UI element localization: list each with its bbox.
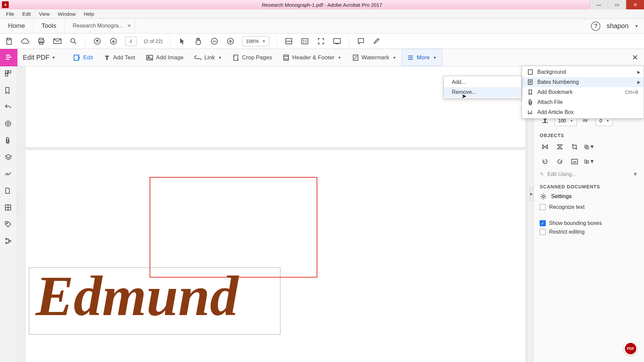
flip-horizontal-icon[interactable] (540, 141, 550, 152)
recognize-text-label: Recognize text (549, 204, 585, 210)
tab-home[interactable]: Home (0, 18, 34, 33)
link-tool[interactable]: Link▼ (189, 49, 227, 66)
menu-item-background[interactable]: Background ▶ (522, 67, 644, 77)
rotate-ccw-icon[interactable] (540, 156, 550, 167)
tab-document-label: Research Monogra... (73, 23, 123, 29)
hand-tool-icon[interactable] (194, 37, 203, 46)
page-number-input[interactable] (125, 37, 137, 46)
more-tool[interactable]: More▼ (401, 49, 442, 66)
menu-item-attach-file[interactable]: Attach File (522, 97, 644, 107)
char-spacing-value: 0 (599, 118, 602, 123)
tab-tools[interactable]: Tools (34, 18, 65, 33)
page-down-icon[interactable] (109, 37, 118, 46)
image-selection-box[interactable] (150, 177, 317, 278)
rotate-cw-icon[interactable] (554, 156, 565, 167)
crop-pages-tool[interactable]: Crop Pages (227, 49, 277, 66)
bookmarks-icon[interactable] (4, 86, 13, 95)
fit-width-icon[interactable] (284, 37, 293, 46)
settings-row[interactable]: Settings (540, 193, 638, 200)
menu-window[interactable]: Window (54, 11, 79, 17)
menu-file[interactable]: File (2, 11, 18, 17)
read-mode-icon[interactable] (333, 37, 341, 46)
edit-tool[interactable]: Edit (68, 49, 98, 66)
flip-vertical-icon[interactable] (554, 141, 565, 152)
attachment-icon[interactable] (4, 137, 13, 145)
fit-page-icon[interactable] (301, 37, 309, 46)
maximize-button[interactable]: ▭ (608, 0, 626, 9)
menu-edit[interactable]: Edit (18, 11, 35, 17)
edit-using-dropdown[interactable]: ✎ Edit Using... ▼ (540, 171, 638, 177)
pdf-tutorial-badge[interactable]: PDF (624, 342, 637, 355)
edit-pdf-badge-icon[interactable] (0, 49, 17, 66)
minimize-button[interactable]: — (590, 0, 608, 9)
objects-section-title: OBJECTS (540, 133, 638, 138)
crop-object-icon[interactable] (569, 141, 580, 152)
menu-item-add-bookmark[interactable]: Add Bookmark Ctrl+B (522, 87, 644, 97)
document-viewport[interactable]: Edmund (17, 66, 533, 362)
svg-rect-10 (302, 39, 308, 44)
page-icon[interactable] (4, 187, 13, 196)
svg-point-52 (542, 195, 544, 197)
user-name[interactable]: shapon (606, 22, 629, 30)
tab-close-icon[interactable]: ✕ (127, 23, 131, 29)
submenu-item-remove[interactable]: Remove... (444, 87, 521, 97)
page-count-label: (2 of 22) (144, 38, 163, 44)
bates-icon (527, 79, 533, 85)
recognize-text-checkbox[interactable]: Recognize text (540, 204, 638, 210)
highlight-icon[interactable] (373, 37, 381, 46)
print-icon[interactable] (37, 37, 46, 46)
zoom-out-icon[interactable] (210, 37, 219, 46)
page-up-icon[interactable] (93, 37, 102, 46)
menu-help[interactable]: Help (80, 11, 98, 17)
watermark-tool[interactable]: Watermark▼ (347, 49, 401, 66)
svg-rect-48 (586, 146, 589, 149)
header-footer-label: Header & Footer (292, 54, 334, 61)
menu-item-bates-numbering[interactable]: Bates Numbering ▶ (522, 77, 644, 87)
fullscreen-icon[interactable] (317, 37, 325, 46)
layers-icon[interactable] (4, 154, 13, 162)
arrange-icon[interactable]: ▼ (584, 141, 595, 152)
undo-icon[interactable] (4, 103, 13, 112)
target-icon[interactable] (4, 120, 13, 129)
zoom-select[interactable]: 106%▼ (242, 36, 269, 46)
header-footer-tool[interactable]: Header & Footer▼ (277, 49, 347, 66)
zoom-in-icon[interactable] (226, 37, 235, 46)
structure-icon[interactable] (4, 237, 13, 246)
search-icon[interactable] (69, 37, 78, 46)
signature-icon[interactable] (4, 170, 13, 179)
add-text-tool[interactable]: Add Text (98, 49, 141, 66)
comment-icon[interactable] (357, 37, 365, 46)
svg-rect-50 (585, 160, 586, 163)
thumbnails-icon[interactable] (4, 70, 13, 78)
grid-icon[interactable] (4, 204, 13, 213)
help-button[interactable]: ? (591, 21, 600, 31)
user-menu-caret[interactable]: ▼ (635, 24, 639, 28)
add-image-tool[interactable]: Add Image (141, 49, 189, 66)
cloud-icon[interactable] (21, 37, 30, 46)
mail-icon[interactable] (53, 37, 62, 46)
replace-image-icon[interactable] (569, 156, 580, 167)
svg-rect-20 (5, 74, 8, 76)
restrict-editing-checkbox[interactable]: Restrict editing (540, 229, 638, 235)
select-tool-icon[interactable] (178, 37, 186, 46)
menu-view[interactable]: View (35, 11, 54, 17)
save-icon[interactable] (5, 37, 13, 46)
tag-icon[interactable] (4, 221, 13, 229)
close-toolbar-icon[interactable]: ✕ (632, 53, 638, 62)
edit-using-label: Edit Using... (547, 171, 576, 177)
svg-point-22 (7, 123, 9, 125)
document-heading-text[interactable]: Edmund (36, 267, 238, 324)
svg-point-24 (6, 223, 7, 224)
submenu-item-add[interactable]: Add... (444, 77, 521, 87)
show-bounding-boxes-checkbox[interactable]: ✓ Show bounding boxes (540, 220, 638, 226)
menu-item-add-article-box[interactable]: Add Article Box (522, 107, 644, 117)
edit-pdf-label: Edit PDF (23, 54, 50, 61)
svg-rect-15 (234, 55, 238, 60)
watermark-label: Watermark (362, 54, 389, 61)
align-objects-icon[interactable]: ▼ (584, 156, 595, 167)
bookmark-icon (527, 89, 533, 95)
close-button[interactable]: ✕ (626, 0, 644, 9)
tab-document[interactable]: Research Monogra... ✕ (65, 18, 135, 33)
expand-panel-handle[interactable]: ▶ (530, 187, 534, 200)
edit-pdf-dropdown[interactable]: Edit PDF▼ (23, 54, 56, 61)
